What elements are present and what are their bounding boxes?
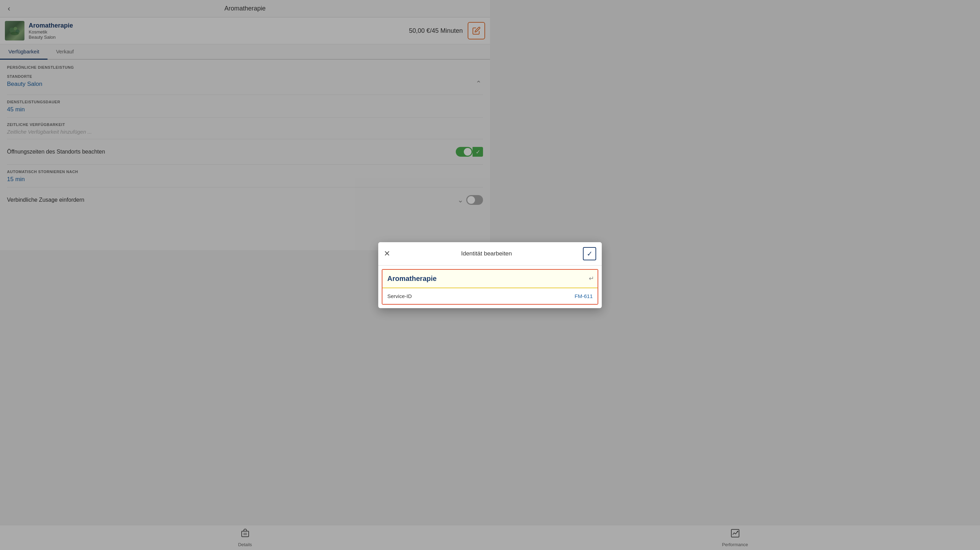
modal-name-field: ↵ Service-ID FM-611 — [382, 269, 490, 275]
modal-header: ✕ Identität bearbeiten ✓ — [378, 242, 490, 266]
modal-overlay: ✕ Identität bearbeiten ✓ ↵ Service-ID FM… — [0, 0, 490, 275]
modal-name-input[interactable] — [382, 270, 490, 275]
modal-close-button[interactable]: ✕ — [384, 249, 390, 258]
modal-name-row: ↵ — [382, 270, 490, 275]
modal-title: Identität bearbeiten — [461, 250, 490, 257]
modal: ✕ Identität bearbeiten ✓ ↵ Service-ID FM… — [378, 242, 490, 275]
modal-body: ↵ Service-ID FM-611 — [378, 269, 490, 275]
